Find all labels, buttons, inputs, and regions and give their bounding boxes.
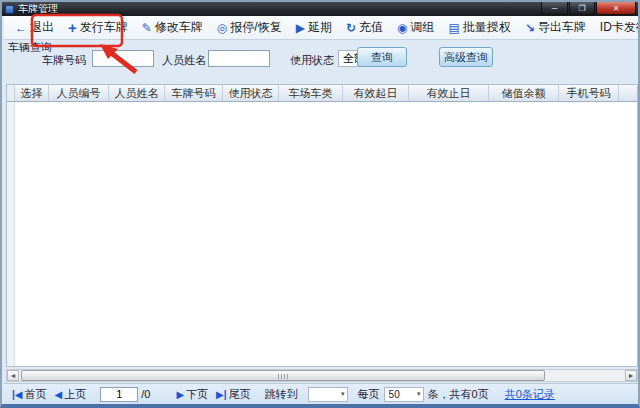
toolbar-label-pause-restore: 报停/恢复 [230, 19, 281, 36]
table-header-row: 选择 人员编号 人员姓名 车牌号码 使用状态 车场车类 有效起日 有效止日 储值… [7, 85, 638, 102]
column-header-person-name[interactable]: 人员姓名 [109, 85, 165, 101]
window-controls: ─ ❐ ✕ [540, 2, 636, 15]
next-page-button[interactable]: ▶ 下页 [174, 387, 208, 402]
per-page-label: 每页 [358, 387, 380, 402]
column-header-select[interactable]: 选择 [15, 85, 49, 101]
toolbar-label-batch-auth: 批量授权 [463, 19, 511, 36]
group-icon: ◉ [397, 21, 407, 35]
scroll-left-icon[interactable]: ◄ [7, 370, 19, 381]
toolbar-button-issue-plate[interactable]: + 发行车牌 [61, 17, 135, 39]
pagination-bar: |◀ 首页 ◀ 上页 /0 ▶ 下页 ▶| 尾页 跳转到 ▾ 每页 50 ▾ 条… [4, 383, 638, 404]
toolbar-button-modify-plate[interactable]: ✎ 修改车牌 [135, 17, 210, 39]
vehicle-table: 选择 人员编号 人员姓名 车牌号码 使用状态 车场车类 有效起日 有效止日 储值… [6, 84, 638, 367]
exit-icon: ← [15, 21, 27, 35]
export-icon: ↘ [525, 21, 535, 35]
toolbar-label-adjust-group: 调组 [410, 19, 434, 36]
first-page-button[interactable]: |◀ 首页 [10, 387, 47, 402]
total-records-link[interactable]: 共0条记录 [505, 387, 555, 402]
column-header-valid-start[interactable]: 有效起日 [343, 85, 409, 101]
page-number-input[interactable] [100, 387, 138, 402]
row-selector-gutter [7, 85, 15, 101]
toolbar: ← 退出 + 发行车牌 ✎ 修改车牌 ◎ 报停/恢复 ▶ 延期 ↻ 充值 ◉ 调… [4, 16, 638, 40]
per-page-dropdown[interactable]: 50 ▾ [384, 387, 424, 402]
per-page-value: 50 [387, 389, 400, 400]
chevron-down-icon: ▾ [417, 390, 421, 398]
column-header-lot-vehicle-type[interactable]: 车场车类 [279, 85, 343, 101]
column-header-person-id[interactable]: 人员编号 [49, 85, 109, 101]
page-total-label: /0 [141, 388, 150, 400]
next-page-label: 下页 [186, 387, 208, 402]
maximize-button[interactable]: ❐ [569, 2, 595, 15]
toolbar-button-recharge[interactable]: ↻ 充值 [339, 17, 390, 39]
plate-number-label: 车牌号码 [42, 53, 86, 68]
plate-number-input[interactable] [92, 50, 154, 67]
minimize-button[interactable]: ─ [541, 2, 568, 15]
person-name-input[interactable] [208, 50, 270, 67]
toolbar-button-idcard-issue[interactable]: ID卡发行 [593, 17, 640, 39]
jump-to-label: 跳转到 [265, 387, 298, 402]
column-header-address[interactable]: 地址 [619, 85, 638, 101]
chevron-down-icon: ▾ [341, 390, 345, 398]
column-header-use-status[interactable]: 使用状态 [223, 85, 279, 101]
app-window: 车牌管理 ─ ❐ ✕ ← 退出 + 发行车牌 ✎ 修改车牌 ◎ 报停/恢复 ▶ … [0, 0, 640, 408]
column-header-plate-number[interactable]: 车牌号码 [165, 85, 223, 101]
advanced-query-button[interactable]: 高级查询 [439, 47, 493, 67]
last-page-button[interactable]: ▶| 尾页 [214, 387, 251, 402]
toolbar-button-pause-restore[interactable]: ◎ 报停/恢复 [210, 17, 289, 39]
scrollbar-track[interactable] [19, 370, 625, 381]
jump-to-dropdown[interactable]: ▾ [308, 387, 348, 402]
prev-page-label: 上页 [64, 387, 86, 402]
toolbar-button-exit[interactable]: ← 退出 [8, 17, 61, 39]
row-selector-gutter-body [7, 102, 15, 367]
records-summary: 条，共有0页 [428, 387, 489, 402]
table-body-empty [7, 102, 638, 367]
title-bar: 车牌管理 ─ ❐ ✕ [2, 2, 638, 16]
prev-page-button[interactable]: ◀ 上页 [53, 387, 87, 402]
toolbar-label-modify-plate: 修改车牌 [155, 19, 203, 36]
person-name-label: 人员姓名 [162, 53, 206, 68]
toolbar-button-adjust-group[interactable]: ◉ 调组 [390, 17, 441, 39]
query-button[interactable]: 查询 [357, 47, 407, 67]
first-page-label: 首页 [25, 387, 47, 402]
extend-icon: ▶ [296, 21, 305, 35]
column-header-stored-balance[interactable]: 储值余额 [489, 85, 559, 101]
toolbar-label-extend: 延期 [308, 19, 332, 36]
toolbar-button-extend[interactable]: ▶ 延期 [289, 17, 339, 39]
recharge-icon: ↻ [346, 21, 356, 35]
plus-icon: + [68, 19, 77, 36]
use-status-label: 使用状态 [290, 53, 334, 68]
scroll-right-icon[interactable]: ► [625, 370, 637, 381]
batch-auth-icon: ▤ [448, 21, 459, 35]
pause-restore-icon: ◎ [217, 21, 227, 35]
app-icon [5, 5, 14, 14]
toolbar-button-export-plates[interactable]: ↘ 导出车牌 [518, 17, 593, 39]
toolbar-label-export-plates: 导出车牌 [538, 19, 586, 36]
toolbar-button-batch-auth[interactable]: ▤ 批量授权 [441, 17, 517, 39]
close-button[interactable]: ✕ [596, 2, 636, 15]
prev-page-icon: ◀ [55, 389, 63, 400]
horizontal-scrollbar[interactable]: ◄ ► [6, 369, 638, 382]
toolbar-label-recharge: 充值 [359, 19, 383, 36]
first-page-icon: |◀ [12, 389, 23, 400]
toolbar-label-exit: 退出 [30, 19, 54, 36]
toolbar-label-idcard-issue: ID卡发行 [600, 19, 640, 36]
next-page-icon: ▶ [176, 389, 184, 400]
column-header-valid-end[interactable]: 有效止日 [409, 85, 489, 101]
last-page-icon: ▶| [216, 389, 227, 400]
scrollbar-thumb[interactable] [21, 370, 545, 381]
toolbar-label-issue-plate: 发行车牌 [80, 19, 128, 36]
last-page-label: 尾页 [229, 387, 251, 402]
window-title: 车牌管理 [18, 2, 58, 16]
edit-icon: ✎ [142, 21, 152, 35]
column-header-mobile[interactable]: 手机号码 [559, 85, 619, 101]
scrollbar-grip [278, 374, 288, 379]
